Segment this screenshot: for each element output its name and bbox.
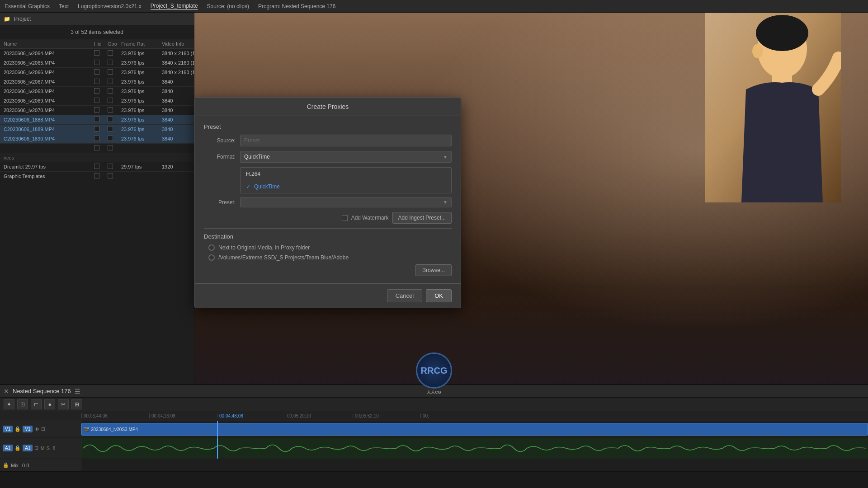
checkbox-goo[interactable]	[108, 60, 113, 65]
track-name-a1[interactable]: A1	[3, 445, 13, 451]
table-row[interactable]: 20230606_iv2065.MP4 23.976 fps 3840 x 21…	[0, 58, 194, 68]
checkbox-goo[interactable]	[108, 164, 113, 169]
watermark-checkbox[interactable]	[342, 215, 348, 221]
checkbox-goo[interactable]	[108, 107, 113, 113]
format-value: QuickTime	[244, 154, 270, 160]
tool-select[interactable]: ✦	[4, 399, 14, 409]
frame-rate: 23.976 fps	[121, 60, 162, 66]
table-row[interactable]: C20230606_1889.MP4 23.976 fps 3840	[0, 125, 194, 134]
eye-icon-v1[interactable]: 👁	[34, 427, 39, 432]
checkbox-hid[interactable]	[94, 88, 99, 94]
browse-button[interactable]: Browse...	[415, 264, 452, 276]
tool-slip[interactable]: ✂	[58, 399, 69, 409]
create-proxies-dialog: Create Proxies Preset Source: Preset For…	[194, 97, 461, 308]
checkbox-hid[interactable]	[94, 60, 99, 65]
video-info: 3840 x 2160 (1.0)	[162, 51, 194, 56]
track-name-v1[interactable]: V1	[3, 426, 13, 432]
dropdown-item-quicktime[interactable]: ✓ QuickTime	[241, 180, 451, 193]
col-goo: Goo	[108, 41, 121, 47]
quicktime-label: QuickTime	[254, 183, 280, 190]
radio-row-1: Next to Original Media, in Proxy folder	[204, 244, 452, 251]
file-name: C20230606_1888.MP4	[4, 117, 94, 122]
table-row[interactable]: 20230606_iv2064.MP4 23.976 fps 3840 x 21…	[0, 49, 194, 58]
checkbox-goo[interactable]	[108, 88, 113, 94]
checkbox-hid[interactable]	[94, 117, 99, 122]
table-row[interactable]: 20230606_iv2066.MP4 23.976 fps 3840 x 21…	[0, 68, 194, 77]
table-row[interactable]: C20230606_1888.MP4 23.976 fps 3840	[0, 115, 194, 125]
file-list-header: Name Hid Goo Frame Rat Video Info Media …	[0, 39, 194, 49]
checkbox-goo[interactable]	[108, 69, 113, 75]
tool-ripple[interactable]: ⊡	[17, 399, 28, 409]
video-info: 3840	[162, 79, 194, 84]
tool-razor[interactable]: ●	[44, 399, 55, 409]
checkbox-hid[interactable]	[94, 136, 99, 141]
mute-icon-a1[interactable]: M	[40, 446, 44, 451]
table-row[interactable]	[0, 144, 194, 153]
clip-icon-a1[interactable]: ⊡	[34, 445, 38, 451]
tool-grid[interactable]: ⊞	[71, 399, 82, 409]
checkbox-hid[interactable]	[94, 145, 99, 150]
checkbox-goo[interactable]	[108, 136, 113, 141]
checkbox-goo[interactable]	[108, 145, 113, 150]
topbar-text[interactable]: Text	[59, 3, 69, 9]
video-info: 3840	[162, 136, 194, 141]
table-row[interactable]: C20230606_1890.MP4 23.976 fps 3840	[0, 134, 194, 144]
lock-mix[interactable]: 🔒	[3, 462, 9, 468]
track-sync-a1[interactable]: A1	[23, 445, 33, 451]
checkbox-hid[interactable]	[94, 126, 99, 131]
checkbox-hid[interactable]	[94, 79, 99, 84]
checkbox-hid[interactable]	[94, 164, 99, 169]
cancel-button[interactable]: Cancel	[387, 289, 422, 302]
add-ingest-preset-button[interactable]: Add Ingest Preset...	[392, 212, 452, 224]
topbar-source[interactable]: Source: (no clips)	[207, 3, 249, 9]
radio-btn-2[interactable]	[208, 254, 215, 261]
track-sync-v1[interactable]: V1	[23, 426, 33, 432]
topbar-project[interactable]: Project_S_template	[151, 3, 198, 10]
source-input[interactable]: Preset	[240, 135, 452, 146]
tool-roll[interactable]: ⊏	[31, 399, 42, 409]
timeline-close-btn[interactable]: ✕	[4, 388, 9, 395]
file-name: 20230606_iv2068.MP4	[4, 89, 94, 94]
checkbox-goo[interactable]	[108, 50, 113, 56]
ok-button[interactable]: OK	[426, 289, 452, 302]
checkbox-goo[interactable]	[108, 98, 113, 103]
checkbox-hid[interactable]	[94, 107, 99, 113]
checkbox-hid[interactable]	[94, 98, 99, 103]
solo-icon-a1[interactable]: S	[47, 446, 50, 451]
lock-icon-v1[interactable]: 🔒	[14, 426, 21, 432]
checkbox-hid[interactable]	[94, 50, 99, 56]
checkbox-hid[interactable]	[94, 69, 99, 75]
checkbox-goo[interactable]	[108, 79, 113, 84]
radio-label-1: Next to Original Media, in Proxy folder	[218, 244, 310, 251]
timeline-area: ✕ Nested Sequence 176 ☰ ✦ ⊡ ⊏ ● ✂ ⊞ 00;0…	[0, 384, 868, 488]
watermark-subtitle: 人人CG	[427, 389, 441, 395]
timecode-ruler: 00;03;44;06 00;04;16;08 00;04;48;08 00;0…	[0, 411, 868, 421]
topbar-lugr[interactable]: Lugroptionversion2.0x21.x	[78, 3, 142, 9]
checkbox-goo[interactable]	[108, 173, 113, 178]
timeline-menu-icon[interactable]: ☰	[75, 388, 80, 395]
preset-select[interactable]: ▼	[240, 197, 452, 207]
table-row[interactable]: 20230606_iv2069.MP4 23.976 fps 3840	[0, 96, 194, 106]
format-select[interactable]: QuickTime ▼	[240, 151, 452, 163]
file-name: 20230606_iv2069.MP4	[4, 98, 94, 103]
preset-row: Preset: ▼	[204, 197, 452, 207]
format-row: Format: QuickTime ▼	[204, 151, 452, 163]
dropdown-item-h264[interactable]: H.264	[241, 168, 451, 180]
checkbox-hid[interactable]	[94, 173, 99, 178]
table-row[interactable]: Graphic Templates — —	[0, 172, 194, 181]
topbar-essential-graphics[interactable]: Essential Graphics	[5, 3, 50, 9]
top-bar: Essential Graphics Text Lugroptionversio…	[0, 0, 868, 13]
checkbox-goo[interactable]	[108, 126, 113, 131]
lock-icon-a1[interactable]: 🔒	[14, 445, 21, 451]
mic-icon-a1[interactable]: 🎙	[52, 446, 57, 451]
video-clip[interactable]: 🎬 20230604_iv20S3.MP4	[81, 423, 868, 436]
ruler-mark: 00;03;44;06	[81, 413, 149, 418]
topbar-program[interactable]: Program: Nested Sequence 176	[258, 3, 335, 9]
clip-icon-v1[interactable]: ⊡	[41, 426, 45, 432]
table-row[interactable]: 20230606_iv2068.MP4 23.976 fps 3840	[0, 87, 194, 96]
radio-btn-1[interactable]	[208, 244, 215, 251]
table-row[interactable]: 20230606_iv2067.MP4 23.976 fps 3840	[0, 77, 194, 87]
checkbox-goo[interactable]	[108, 117, 113, 122]
table-row[interactable]: Dreamlet 29.97 fps 29.97 fps 1920	[0, 162, 194, 172]
table-row[interactable]: 20230606_iv2070.MP4 23.976 fps 3840	[0, 106, 194, 115]
